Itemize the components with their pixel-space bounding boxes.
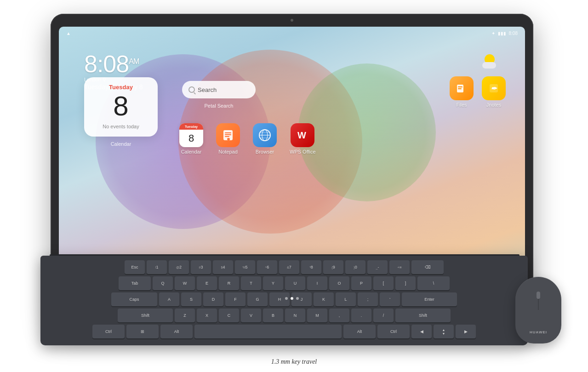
key-ctrl-left[interactable]: Ctrl	[92, 325, 125, 338]
svg-text:W: W	[297, 130, 306, 140]
key-esc[interactable]: Esc	[125, 260, 145, 274]
key-backslash[interactable]: \	[417, 276, 450, 290]
key-space[interactable]	[194, 325, 342, 338]
key-c[interactable]: C	[219, 309, 239, 322]
app-icon-files[interactable]: Files	[450, 76, 474, 108]
key-1[interactable]: !1	[147, 260, 167, 274]
keyboard-rows: Esc !1 @2 #3 $4 %5 ^6 &7 *8 (9 )0 _- += …	[47, 260, 521, 338]
key-comma[interactable]: ,	[329, 309, 349, 322]
calendar-widget: Tuesday 8 No events today Calendar	[84, 77, 158, 137]
key-equals[interactable]: +=	[389, 260, 410, 274]
jnotes-label: Jnotes	[486, 102, 501, 108]
app-icon-notepad[interactable]: Notepad	[216, 123, 240, 155]
app-icon-calendar-small[interactable]: Tuesday 8 Calendar	[179, 123, 203, 155]
key-9[interactable]: (9	[323, 260, 343, 274]
key-x[interactable]: X	[197, 309, 217, 322]
notepad-icon	[216, 123, 240, 147]
search-label: Petal Search	[205, 103, 234, 109]
keyboard-row-3: Caps A S D F G H J K L ; ' Enter	[47, 292, 521, 306]
key-o[interactable]: O	[329, 276, 349, 290]
key-4[interactable]: $4	[213, 260, 233, 274]
key-ctrl-right[interactable]: Ctrl	[377, 325, 410, 338]
svg-rect-1	[458, 86, 462, 87]
notepad-label: Notepad	[218, 149, 238, 155]
keyboard: Esc !1 @2 #3 $4 %5 ^6 &7 *8 (9 )0 _- += …	[40, 256, 528, 345]
key-w[interactable]: W	[175, 276, 195, 290]
key-6[interactable]: ^6	[257, 260, 277, 274]
keyboard-row-5: Ctrl ⊞ Alt Alt Ctrl ◀ ▲▼ ▶	[47, 325, 521, 338]
key-l[interactable]: L	[336, 292, 356, 306]
key-g[interactable]: G	[247, 292, 268, 306]
mouse-divider	[538, 297, 539, 310]
key-3[interactable]: #3	[191, 260, 211, 274]
key-8[interactable]: *8	[301, 260, 321, 274]
cal-body: 8	[179, 130, 203, 147]
key-a[interactable]: A	[159, 292, 179, 306]
key-enter[interactable]: Enter	[402, 292, 457, 306]
key-fn[interactable]: ⊞	[126, 325, 159, 338]
key-period[interactable]: .	[351, 309, 371, 322]
key-semicolon[interactable]: ;	[358, 292, 378, 306]
key-b[interactable]: B	[263, 309, 283, 322]
app-icon-browser[interactable]: Browser	[253, 123, 277, 155]
key-rbracket[interactable]: ]	[395, 276, 416, 290]
key-f[interactable]: F	[225, 292, 245, 306]
svg-rect-7	[225, 134, 231, 135]
key-m[interactable]: M	[307, 309, 327, 322]
key-0[interactable]: )0	[345, 260, 365, 274]
key-d[interactable]: D	[203, 292, 223, 306]
key-s[interactable]: S	[181, 292, 201, 306]
wifi-icon: ▲	[66, 31, 71, 36]
calendar-no-events: No events today	[91, 124, 150, 129]
wps-label: WPS Office	[290, 149, 316, 155]
circle-green	[298, 63, 436, 201]
key-tab[interactable]: Tab	[119, 276, 151, 290]
key-z[interactable]: Z	[175, 309, 195, 322]
key-slash[interactable]: /	[373, 309, 394, 322]
cal-header: Tuesday	[179, 123, 203, 130]
key-2[interactable]: @2	[169, 260, 189, 274]
keyboard-row-4: Shift Z X C V B N M , . / Shift	[47, 309, 521, 322]
key-alt-right[interactable]: Alt	[343, 325, 376, 338]
calendar-small-icon: Tuesday 8	[179, 123, 203, 147]
key-q[interactable]: Q	[153, 276, 173, 290]
key-arrow-left[interactable]: ◀	[411, 325, 432, 338]
mouse: HUAWEI	[515, 277, 561, 343]
calendar-widget-label: Calendar	[111, 141, 131, 147]
key-shift-left[interactable]: Shift	[118, 309, 173, 322]
product-caption: 1.3 mm key travel	[271, 358, 317, 366]
search-placeholder: Search	[198, 86, 217, 93]
key-e[interactable]: E	[197, 276, 217, 290]
svg-rect-6	[225, 132, 231, 133]
app-icon-wps[interactable]: W WPS Office	[290, 123, 316, 155]
keyboard-row-2: Tab Q W E R T Y U I O P [ ] \	[47, 276, 521, 290]
page-dot-2	[291, 297, 293, 300]
key-t[interactable]: T	[241, 276, 261, 290]
key-n[interactable]: N	[285, 309, 305, 322]
app-icons-bottom-row: Tuesday 8 Calendar Notepad Browser	[179, 123, 316, 155]
key-k[interactable]: K	[314, 292, 334, 306]
key-7[interactable]: &7	[279, 260, 299, 274]
app-icon-jnotes[interactable]: ✒ Jnotes	[482, 76, 506, 108]
calendar-date-number: 8	[91, 92, 150, 120]
key-i[interactable]: I	[307, 276, 327, 290]
key-backspace[interactable]: ⌫	[411, 260, 444, 274]
search-widget[interactable]: Search Petal Search	[182, 81, 256, 98]
key-u[interactable]: U	[285, 276, 305, 290]
key-y[interactable]: Y	[263, 276, 283, 290]
key-5[interactable]: %5	[235, 260, 255, 274]
calendar-small-label: Calendar	[181, 149, 202, 155]
key-shift-right[interactable]: Shift	[395, 309, 451, 322]
search-box[interactable]: Search	[182, 81, 256, 98]
key-arrow-updown[interactable]: ▲▼	[434, 325, 454, 338]
key-minus[interactable]: _-	[367, 260, 388, 274]
key-lbracket[interactable]: [	[373, 276, 394, 290]
key-r[interactable]: R	[219, 276, 239, 290]
key-caps[interactable]: Caps	[111, 292, 157, 306]
page-indicator	[285, 297, 299, 300]
key-arrow-right[interactable]: ▶	[456, 325, 476, 338]
key-v[interactable]: V	[241, 309, 261, 322]
key-alt-left[interactable]: Alt	[160, 325, 193, 338]
key-quote[interactable]: '	[380, 292, 400, 306]
key-p[interactable]: P	[351, 276, 371, 290]
